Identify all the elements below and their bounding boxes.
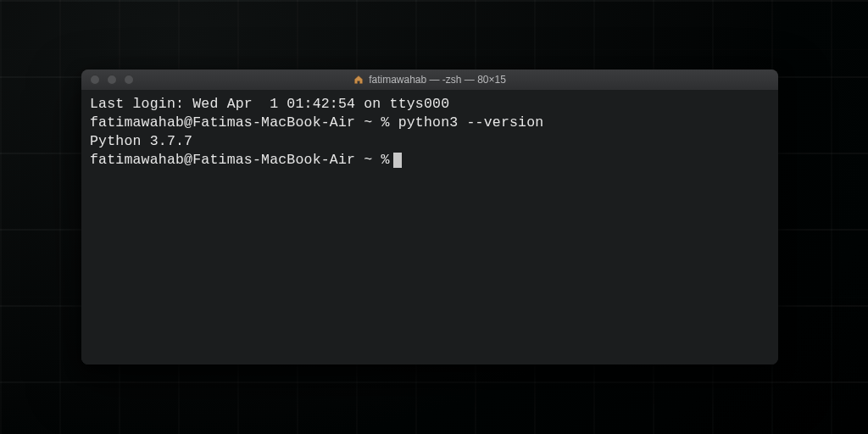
terminal-line-prompt[interactable]: fatimawahab@Fatimas-MacBook-Air ~ % [90,151,770,170]
window-title-text: fatimawahab — -zsh — 80×15 [369,74,506,86]
terminal-line-command: fatimawahab@Fatimas-MacBook-Air ~ % pyth… [90,114,770,132]
minimize-button[interactable] [107,75,117,85]
terminal-cursor [393,153,402,168]
terminal-line-output: Python 3.7.7 [90,132,770,151]
terminal-line-last-login: Last login: Wed Apr 1 01:42:54 on ttys00… [90,95,770,114]
terminal-prompt-text: fatimawahab@Fatimas-MacBook-Air ~ % [90,151,390,170]
terminal-window[interactable]: fatimawahab — -zsh — 80×15 Last login: W… [81,70,778,364]
close-button[interactable] [90,75,100,85]
home-icon [353,75,364,85]
window-title: fatimawahab — -zsh — 80×15 [81,74,778,86]
window-titlebar[interactable]: fatimawahab — -zsh — 80×15 [81,70,778,91]
zoom-button[interactable] [124,75,134,85]
window-controls [81,75,134,85]
terminal-body[interactable]: Last login: Wed Apr 1 01:42:54 on ttys00… [81,90,778,364]
